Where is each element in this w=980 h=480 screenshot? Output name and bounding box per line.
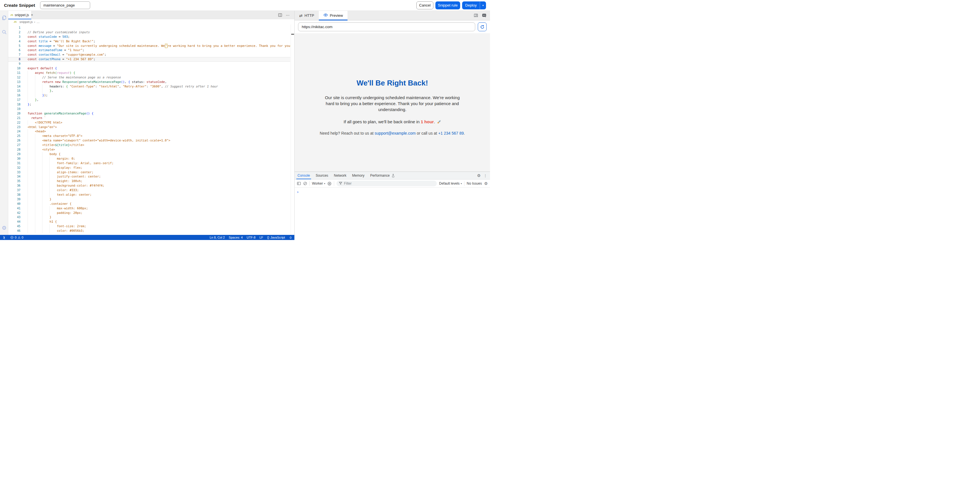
braces-icon: {}	[267, 236, 269, 239]
chevron-down-icon: ▾	[324, 182, 325, 185]
encoding-setting[interactable]: UTF-8	[245, 235, 258, 240]
console-output[interactable]: ›	[294, 188, 490, 240]
problems-indicator[interactable]: 0 ⚠ 0	[8, 235, 25, 240]
console-toolbar: Worker ▾ Default levels ▾	[294, 179, 490, 188]
refresh-button[interactable]	[478, 22, 487, 31]
log-levels-select[interactable]: Default levels ▾	[439, 182, 462, 185]
eol-setting[interactable]: LF	[258, 235, 265, 240]
js-file-icon: JS	[10, 14, 13, 16]
tab-memory[interactable]: Memory	[349, 172, 367, 179]
breadcrumb[interactable]: JS snippet.js › …	[8, 19, 294, 24]
rocket-icon	[437, 120, 441, 125]
filter-funnel-icon	[339, 181, 342, 186]
editor-scrollbar[interactable]	[291, 24, 294, 235]
preview-url-input[interactable]	[298, 22, 475, 31]
tab-network[interactable]: Network	[331, 172, 349, 179]
console-settings-gear-icon[interactable]: ⚙	[484, 181, 488, 186]
language-mode[interactable]: {} JavaScript	[265, 235, 287, 240]
clear-console-icon[interactable]	[303, 182, 307, 185]
chevron-down-icon: ▾	[461, 182, 462, 185]
devtools-panel: Console Sources Network Memory Performan…	[294, 171, 490, 240]
search-icon[interactable]	[0, 27, 8, 37]
tab-performance[interactable]: Performance	[367, 172, 393, 179]
console-filter[interactable]	[336, 181, 437, 186]
status-bar: 0 ⚠ 0 Ln 8, Col 2 Spaces: 4 UTF-8 LF {} …	[0, 235, 294, 240]
error-count: 0	[15, 236, 16, 239]
warning-count: 0	[22, 236, 23, 239]
preview-pane: ⇄ HTTP Preview	[294, 11, 490, 240]
experiment-flask-icon	[391, 172, 395, 179]
deploy-button[interactable]: Deploy	[462, 2, 480, 10]
live-expression-eye-icon[interactable]	[327, 182, 332, 186]
warning-icon: ⚠	[18, 236, 21, 239]
top-header: Create Snippet Cancel Snippet rule Deplo…	[0, 0, 490, 11]
remote-indicator-icon[interactable]	[0, 235, 8, 240]
cursor-position[interactable]: Ln 8, Col 2	[208, 235, 227, 240]
tab-http[interactable]: ⇄ HTTP	[294, 11, 319, 20]
maintenance-title: We'll Be Right Back!	[356, 79, 428, 87]
page-title: Create Snippet	[4, 3, 35, 8]
filter-input[interactable]	[344, 182, 434, 185]
snippet-name-input[interactable]	[40, 2, 90, 9]
rendered-maintenance-page: We'll Be Right Back! Our site is current…	[294, 33, 490, 171]
more-actions-icon[interactable]: ⋯	[286, 13, 290, 17]
maintenance-help: Need help? Reach out to us at support@ex…	[320, 131, 465, 135]
preview-tab-bar: ⇄ HTTP Preview	[294, 11, 490, 21]
files-icon[interactable]	[0, 13, 8, 22]
split-editor-icon[interactable]	[278, 13, 282, 17]
console-sidebar-icon[interactable]	[297, 182, 301, 185]
devtools-menu-kebab-icon[interactable]: ⋮	[484, 174, 487, 178]
devtools-tab-bar: Console Sources Network Memory Performan…	[294, 172, 490, 179]
maintenance-message: Our site is currently undergoing schedul…	[325, 95, 460, 112]
activity-bar: ⚙	[0, 11, 8, 235]
tab-sources[interactable]: Sources	[313, 172, 331, 179]
create-snippet-window: Create Snippet Cancel Snippet rule Deplo…	[0, 0, 490, 240]
preview-url-row	[294, 21, 490, 33]
js-file-icon: JS	[14, 21, 16, 23]
devtools-settings-gear-icon[interactable]: ⚙	[477, 173, 480, 178]
deploy-dropdown-button[interactable]: ▾	[480, 2, 486, 10]
indentation-setting[interactable]: Spaces: 4	[227, 235, 245, 240]
tab-console[interactable]: Console	[294, 172, 313, 179]
snippet-rule-button[interactable]: Snippet rule	[435, 2, 460, 10]
cursor-overview-marker	[291, 34, 294, 35]
phone-link[interactable]: +1 234 567 89	[438, 131, 464, 135]
discord-icon[interactable]	[482, 13, 487, 18]
tab-snippet-js[interactable]: JS snippet.js ×	[8, 11, 32, 19]
breadcrumb-separator-icon: ›	[34, 20, 35, 24]
editor-tab-bar: JS snippet.js × ⋯	[8, 11, 294, 19]
issues-counter[interactable]: No Issues	[467, 182, 482, 185]
maintenance-eta: If all goes to plan, we'll be back onlin…	[344, 119, 441, 125]
console-prompt-chevron[interactable]: ›	[297, 190, 298, 194]
editor-pane: ⚙ JS snippet.js × ⋯ JS snippet.js › …	[0, 11, 294, 240]
code-editor[interactable]: 12// Define your customizable inputs3con…	[8, 24, 294, 235]
http-arrows-icon: ⇄	[299, 13, 302, 18]
cancel-button[interactable]: Cancel	[416, 2, 433, 10]
execution-context-select[interactable]: Worker ▾	[312, 182, 325, 185]
tab-preview[interactable]: Preview	[319, 11, 347, 20]
eye-icon	[323, 13, 328, 18]
support-email-link[interactable]: support@example.com	[375, 131, 415, 135]
eta-value: 1 hour	[421, 119, 434, 124]
code-lines: 12// Define your customizable inputs3con…	[8, 25, 290, 233]
docs-book-icon[interactable]	[474, 13, 478, 18]
settings-gear-icon[interactable]: ⚙	[0, 223, 8, 233]
close-tab-icon[interactable]: ×	[31, 13, 33, 17]
notifications-bell-icon[interactable]	[287, 235, 294, 240]
